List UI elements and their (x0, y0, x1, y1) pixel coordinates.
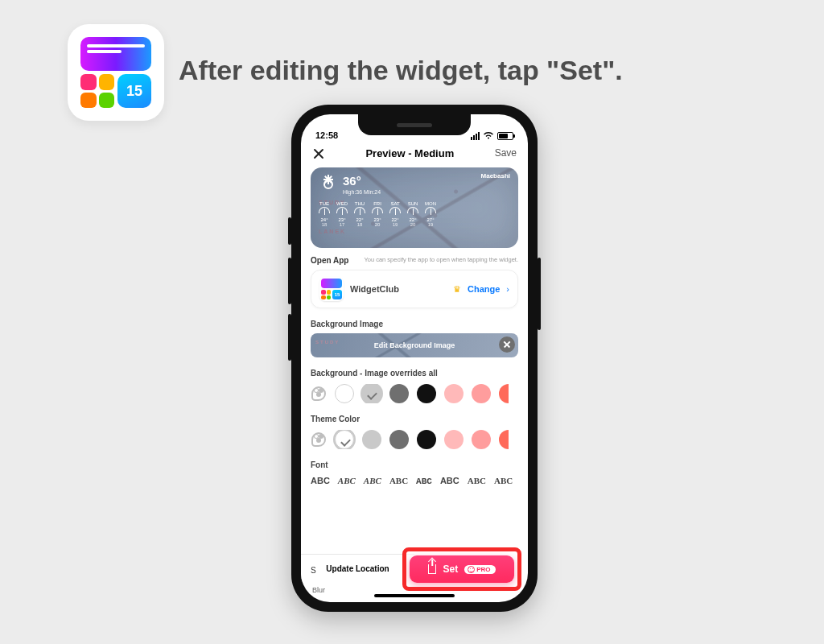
tutorial-app-icon: 15 (68, 24, 164, 121)
clear-bg-image-icon[interactable] (499, 336, 515, 353)
open-app-help: You can specify the app to open when tap… (356, 256, 518, 263)
set-button[interactable]: Set PRO (410, 555, 514, 583)
section-bg-image: Background Image (311, 320, 518, 328)
font-option[interactable]: ABC (468, 476, 486, 485)
font-row: ABCABCABCABCABCABCABCABC (311, 476, 518, 486)
color-swatch[interactable] (444, 430, 464, 449)
bg-text-2: LANEK (319, 229, 346, 234)
instruction-headline: After editing the widget, tap "Set". (179, 55, 623, 86)
font-option[interactable]: ABC (440, 476, 459, 485)
color-swatch[interactable] (472, 430, 491, 449)
page-title: Preview - Medium (365, 147, 454, 159)
bg-color-row (311, 384, 518, 403)
color-swatch[interactable] (362, 430, 381, 449)
widget-forecast-row: TUE24°18WED23°17THU22°18FRI23°20SAT22°19… (319, 201, 510, 227)
widget-hilo: High:36 Min:24 (343, 189, 381, 195)
font-option[interactable]: ABC (338, 476, 356, 485)
color-swatch[interactable] (362, 384, 381, 403)
icon-badge-15: 15 (117, 74, 151, 108)
forecast-day: MON27°19 (425, 201, 436, 227)
set-label: Set (443, 564, 458, 575)
phone-mockup: 12:58 Preview - Medium Save Maebashi (291, 105, 538, 612)
font-option[interactable]: ABC (311, 476, 330, 485)
forecast-day: THU22°18 (354, 201, 365, 227)
widgetclub-icon: 15 (80, 37, 151, 108)
font-option[interactable]: ABC (389, 476, 408, 485)
font-option[interactable]: ABC (416, 477, 432, 486)
widgetclub-mini-icon: 15 (319, 277, 344, 301)
update-location-button[interactable]: Update Location (301, 554, 414, 583)
cutoff-letter: S (311, 566, 316, 575)
phone-notch (358, 114, 471, 135)
pro-badge: PRO (464, 565, 495, 574)
pro-face-icon (468, 566, 475, 573)
section-open-app: Open App (311, 256, 348, 265)
home-indicator (374, 594, 455, 597)
color-swatch[interactable] (335, 384, 354, 403)
section-font: Font (311, 460, 518, 469)
edit-bg-image-button[interactable]: STUDY Edit Background Image (311, 333, 518, 357)
color-swatch[interactable] (499, 430, 509, 449)
color-swatch[interactable] (472, 384, 491, 403)
font-option[interactable]: ABC (494, 476, 513, 485)
section-theme-color: Theme Color (311, 415, 518, 423)
share-icon (428, 564, 436, 574)
update-location-label: Update Location (326, 564, 389, 573)
color-swatch[interactable] (417, 384, 436, 403)
save-button[interactable]: Save (495, 147, 517, 159)
color-swatch[interactable] (499, 384, 509, 403)
cellular-icon (471, 132, 480, 140)
crown-icon: ♛ (453, 284, 461, 295)
status-time: 12:58 (315, 130, 338, 140)
set-button-highlight: Set PRO (402, 547, 521, 591)
battery-icon (497, 132, 513, 140)
forecast-day: TUE24°18 (319, 201, 330, 227)
forecast-day: WED23°17 (336, 201, 348, 227)
color-swatch[interactable] (335, 430, 354, 449)
color-swatch[interactable] (417, 430, 436, 449)
edit-bg-image-label: Edit Background Image (374, 341, 455, 349)
palette-icon[interactable] (311, 431, 327, 448)
forecast-day: SAT22°19 (389, 201, 401, 227)
forecast-day: FRI23°20 (372, 201, 383, 227)
font-option[interactable]: ABC (364, 476, 381, 485)
sun-icon (319, 175, 338, 194)
forecast-day: SUN22°20 (407, 201, 418, 227)
section-blur: Blur (312, 586, 325, 594)
color-swatch[interactable] (444, 384, 464, 403)
change-app-button[interactable]: Change (468, 284, 500, 294)
color-swatch[interactable] (389, 430, 409, 449)
close-icon[interactable] (312, 147, 325, 159)
widget-temp: 36° (343, 174, 381, 188)
color-swatch[interactable] (389, 384, 409, 403)
open-app-name: WidgetClub (350, 284, 447, 294)
wifi-icon (483, 131, 494, 140)
palette-icon[interactable] (311, 386, 327, 402)
theme-color-row (311, 430, 518, 449)
chevron-right-icon: › (506, 284, 509, 294)
widget-preview-card[interactable]: Maebashi 36° High (311, 167, 518, 248)
section-bg-color: Background - Image overrides all (311, 369, 518, 378)
open-app-card[interactable]: 15 WidgetClub ♛ Change › (311, 270, 518, 308)
